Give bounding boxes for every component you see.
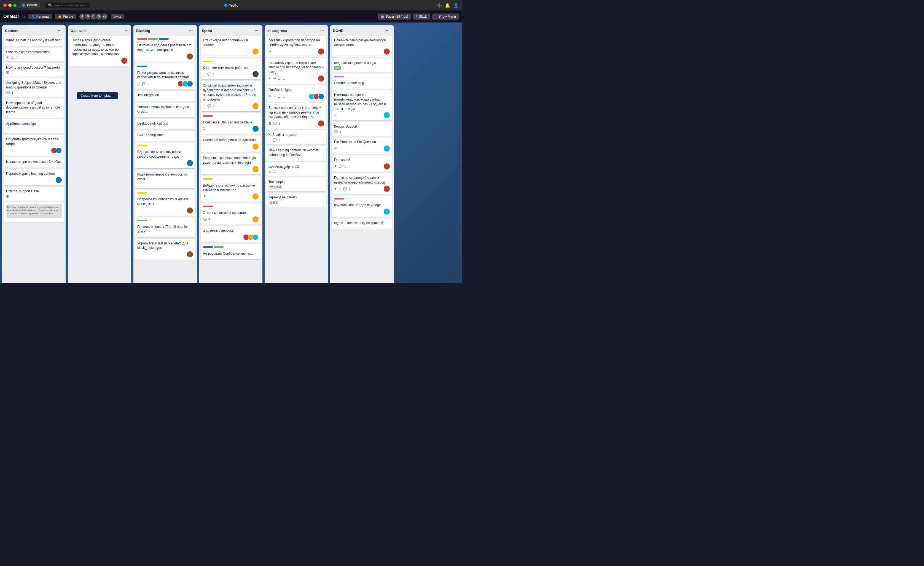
description-icon: ☰ xyxy=(268,138,271,142)
eye-icon: 👁 xyxy=(203,195,206,198)
column-backlog: Backlog···От отмене код блока разбивать … xyxy=(134,25,197,283)
card-label xyxy=(137,66,147,67)
notification-bell[interactable]: 🔔 xyxy=(445,3,450,8)
card[interactable]: Сценарий онбординга не админов xyxy=(201,136,261,152)
card[interactable]: После мержа дубликатов, возможность увид… xyxy=(69,36,129,66)
card-title: AppSumo campaign xyxy=(6,121,62,126)
card[interactable]: переход на слейт?☑ 0/1 xyxy=(266,193,326,207)
card-title: Во всех серч инпутах (теги люди и тд) ес… xyxy=(268,106,324,119)
card[interactable]: Tech depts📅 11/28 xyxy=(266,177,326,191)
card[interactable]: Sync vs async communication👁💬1 xyxy=(4,48,64,61)
card[interactable]: Во всех серч инпутах (теги люди и тд) ес… xyxy=(266,103,326,129)
minimize-button[interactable] xyxy=(8,4,12,7)
card[interactable]: Изменить поведение нотификейшнов, когда … xyxy=(332,90,392,120)
card[interactable]: Рефреш страницы после first-login ведет … xyxy=(201,153,261,174)
card-avatar xyxy=(252,126,259,132)
add-button[interactable]: ➕ xyxy=(436,3,442,8)
column-menu-icon[interactable]: ··· xyxy=(384,28,391,34)
card[interactable]: Pin Problem -> Pin Question☰ xyxy=(332,138,392,154)
description-icon: ☰ xyxy=(137,82,140,86)
card-labels xyxy=(203,205,259,210)
card-title: Tech depts xyxy=(268,180,324,184)
close-button[interactable] xyxy=(3,4,7,7)
card[interactable]: GDPR compliance xyxy=(135,130,195,141)
card[interactable]: оставлять скролл в маленьком списки при … xyxy=(266,58,326,84)
card[interactable]: Странные штуки в профиле💬4 xyxy=(201,204,261,225)
eye-icon: 👁 xyxy=(334,165,337,168)
slack-button[interactable]: # Slack xyxy=(413,13,430,19)
card[interactable]: Попробовать обновлять в директ месседжах xyxy=(135,190,195,216)
card[interactable]: Desktop notifications xyxy=(135,119,195,129)
card[interactable]: Устанавливать expiration time для ответа xyxy=(135,102,195,117)
maximize-button[interactable] xyxy=(13,4,16,7)
column-menu-icon[interactable]: ··· xyxy=(254,28,260,34)
card[interactable]: Обновить граффику/кейсы в слек-сторе xyxy=(4,135,64,156)
card[interactable]: What is ChatOps and why it's efficient xyxy=(4,36,64,46)
card[interactable]: Короткие теги плохо работают☰💬1 xyxy=(201,58,261,79)
description-icon: ☰ xyxy=(203,235,206,239)
card[interactable]: Убрать first и last из PageInfo для slac… xyxy=(135,239,195,260)
card[interactable]: От отмене код блока разбивать его содерж… xyxy=(135,36,195,62)
card[interactable]: подготовка к деплою прода5/6 xyxy=(332,58,392,72)
card[interactable]: Глоссарий👁💬1 xyxy=(332,156,392,172)
card-avatar xyxy=(252,48,259,55)
card[interactable]: Не рисовать Confluence кнопку... xyxy=(201,244,261,259)
card[interactable]: Jira integration xyxy=(135,91,195,101)
private-badge[interactable]: 🔒 Private xyxy=(55,14,76,19)
column-menu-icon[interactable]: ··· xyxy=(122,28,129,34)
personal-badge[interactable]: 👤 Personal xyxy=(28,14,52,19)
card[interactable]: Починить само-раскрывающуюся левую панел… xyxy=(332,36,392,57)
traffic-lights xyxy=(3,4,16,7)
card-avatar xyxy=(384,186,390,192)
description-icon: ☰ xyxy=(6,127,9,131)
card[interactable]: October update blog xyxy=(332,73,392,89)
card[interactable]: Confluence URL can not be blank☰ xyxy=(201,113,261,134)
menu-dots-icon: ··· xyxy=(435,15,438,18)
browser-tab[interactable]: 🔷 Boards xyxy=(19,2,40,8)
card[interactable]: Добавить статистику по рассылке емейлов … xyxy=(201,176,261,202)
card[interactable]: Идея импортировать вопросы из excel☰ xyxy=(135,170,195,189)
card[interactable]: How importance of good documentation is … xyxy=(4,98,64,118)
user-avatar-header[interactable]: 👤 xyxy=(453,3,459,8)
card[interactable]: Написать про то, что такое ChatOps xyxy=(4,157,64,168)
star-icon[interactable]: ☆ xyxy=(22,14,26,19)
card-title: Убрать first и last из PageInfo для slac… xyxy=(137,241,193,250)
comment-count: 1 xyxy=(16,56,18,59)
card[interactable]: починить oneBar для ie и edge xyxy=(332,196,392,217)
card[interactable]: Стейт когда нет сообщений в канале xyxy=(201,36,261,57)
show-menu-button[interactable]: ··· Show Menu xyxy=(432,13,459,19)
card[interactable]: Don't say Hi, just ask! - Async communic… xyxy=(4,202,64,222)
avatar-more[interactable]: +2 xyxy=(101,13,108,20)
card[interactable]: External support Case☰ xyxy=(4,187,64,201)
card[interactable]: Сделать возможность поиска любого сообще… xyxy=(135,142,195,168)
card-avatar xyxy=(384,112,390,118)
card[interactable]: Попасть в список "Top 10 bots for Slack" xyxy=(135,217,195,237)
address-bar[interactable]: 🔍 Search or enter address xyxy=(45,3,89,8)
card[interactable]: Кейсы: Support💬1 xyxy=(332,122,392,136)
card[interactable]: ресетить скролл при переходе на проблему… xyxy=(266,36,326,57)
card[interactable]: Хайлайты поехали☰💬1 xyxy=(266,130,326,144)
card[interactable]: Когда мы предлагаем варианты дубликатов … xyxy=(201,81,261,111)
card[interactable]: Поиск результатов по ссылкам, картинкам … xyxy=(135,63,195,89)
card[interactable]: анонимные вопросы☰ xyxy=(201,226,261,243)
column-menu-icon[interactable]: ··· xyxy=(188,28,194,34)
card[interactable]: включить gzip на s3👁☰ xyxy=(266,162,326,176)
invite-button[interactable]: Invite xyxy=(111,14,124,19)
card[interactable]: Assigning Subject Matter Experts and rou… xyxy=(4,78,64,97)
card-avatar xyxy=(252,216,259,222)
card[interactable]: сделать шестеренку не красной xyxy=(332,219,392,229)
column-menu-icon[interactable]: ··· xyxy=(319,28,325,34)
card[interactable]: Где-то на странице биллинга вывести кол-… xyxy=(332,173,392,194)
butler-button[interactable]: 🤖 Butler (14 Tips) xyxy=(378,13,411,19)
column-menu-icon[interactable]: ··· xyxy=(57,28,63,34)
card[interactable]: AppSumo campaign☰ xyxy=(4,119,64,133)
card[interactable]: How to ask good question? (at work)☰ xyxy=(4,63,64,77)
card[interactable]: New Learning content: Newcomer onboardin… xyxy=(266,146,326,161)
card-title: Попасть в список "Top 10 bots for Slack" xyxy=(137,225,193,234)
column-header-sprint: Sprint··· xyxy=(199,25,262,36)
card-labels xyxy=(137,145,193,148)
card[interactable]: OneBar Insights👁☰💬1 xyxy=(266,85,326,102)
card[interactable]: Порефакторить learning content xyxy=(4,169,64,186)
description-icon: ☰ xyxy=(137,183,140,186)
member-avatars[interactable]: A B C D +2 xyxy=(79,13,108,20)
